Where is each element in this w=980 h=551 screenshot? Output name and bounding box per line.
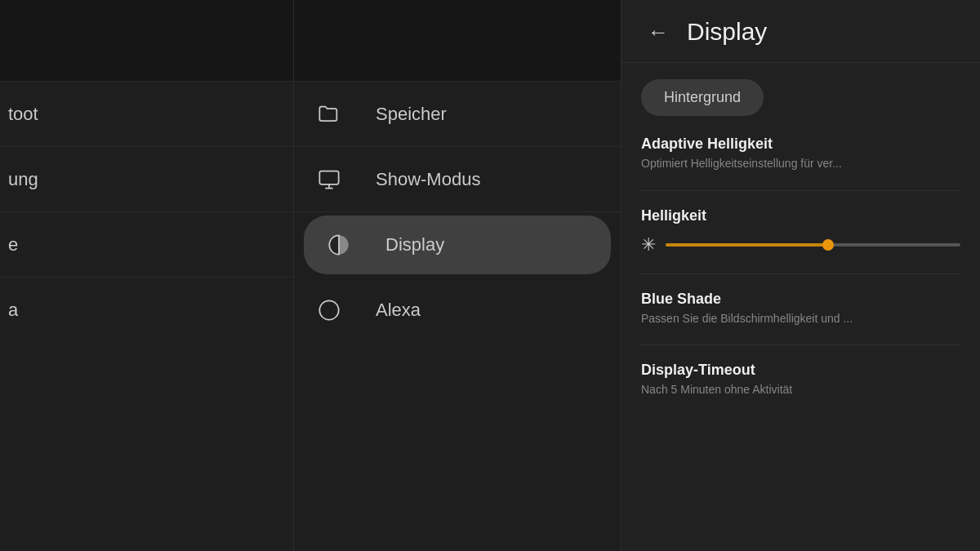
adaptive-helligkeit-section: Adaptive Helligkeit Optimiert Helligkeit… bbox=[641, 136, 960, 172]
top-spacer bbox=[0, 0, 293, 82]
nav-show-modus[interactable]: Show-Modus bbox=[294, 147, 621, 212]
blue-shade-section: Blue Shade Passen Sie die Bildschirmhell… bbox=[641, 291, 960, 327]
bluetooth-label: toot bbox=[8, 104, 38, 125]
divider-2 bbox=[641, 273, 960, 274]
adaptive-helligkeit-desc: Optimiert Helligkeitseinstellung für ver… bbox=[641, 156, 960, 172]
left-col-b: Speicher Show-Modus Display bbox=[294, 0, 621, 551]
display-timeout-title: Display-Timeout bbox=[641, 362, 960, 379]
nav-display[interactable]: Display bbox=[304, 216, 611, 274]
monitor-icon bbox=[314, 164, 345, 195]
show-modus-label: Show-Modus bbox=[376, 169, 480, 190]
right-header: ← Display bbox=[621, 0, 980, 63]
sun-icon: ✳ bbox=[641, 234, 656, 256]
right-content: Hintergrund Adaptive Helligkeit Optimier… bbox=[621, 63, 980, 551]
right-panel: ← Display Hintergrund Adaptive Helligkei… bbox=[621, 0, 980, 551]
speicher-label: Speicher bbox=[376, 104, 447, 125]
alexa-icon bbox=[314, 295, 345, 326]
brightness-slider-row: ✳ bbox=[641, 234, 960, 256]
nav-alexa[interactable]: Alexa bbox=[294, 278, 621, 343]
adaptive-helligkeit-title: Adaptive Helligkeit bbox=[641, 136, 960, 153]
nav-speicher[interactable]: Speicher bbox=[294, 82, 621, 147]
bluetooth-partial: toot bbox=[0, 82, 293, 147]
blue-shade-desc: Passen Sie die Bildschirmhelligkeit und … bbox=[641, 311, 960, 327]
a-partial: a bbox=[0, 278, 293, 343]
e-label: e bbox=[8, 234, 18, 256]
divider-3 bbox=[641, 344, 960, 345]
half-circle-icon bbox=[323, 229, 354, 260]
col-b-top-spacer bbox=[294, 0, 621, 82]
hintergrund-button[interactable]: Hintergrund bbox=[641, 79, 764, 116]
divider-1 bbox=[641, 190, 960, 191]
svg-point-2 bbox=[319, 300, 338, 319]
svg-rect-0 bbox=[319, 171, 338, 184]
a-label: a bbox=[8, 300, 18, 321]
brightness-slider[interactable] bbox=[666, 243, 960, 247]
left-panel: toot ung e a Speicher bbox=[0, 0, 621, 551]
e-partial: e bbox=[0, 212, 293, 278]
slider-thumb bbox=[822, 239, 834, 251]
alexa-label: Alexa bbox=[376, 300, 421, 321]
left-col-a: toot ung e a bbox=[0, 0, 294, 551]
display-label: Display bbox=[385, 234, 444, 256]
folder-icon bbox=[314, 99, 345, 130]
display-timeout-desc: Nach 5 Minuten ohne Aktivität bbox=[641, 382, 960, 398]
display-timeout-section: Display-Timeout Nach 5 Minuten ohne Akti… bbox=[641, 362, 960, 398]
blue-shade-title: Blue Shade bbox=[641, 291, 960, 308]
back-button[interactable]: ← bbox=[643, 18, 674, 46]
ung-label: ung bbox=[8, 169, 38, 190]
slider-fill bbox=[666, 243, 828, 247]
ung-partial: ung bbox=[0, 147, 293, 212]
helligkeit-title: Helligkeit bbox=[641, 207, 960, 224]
helligkeit-section: Helligkeit ✳ bbox=[641, 207, 960, 256]
right-title: Display bbox=[687, 18, 767, 46]
